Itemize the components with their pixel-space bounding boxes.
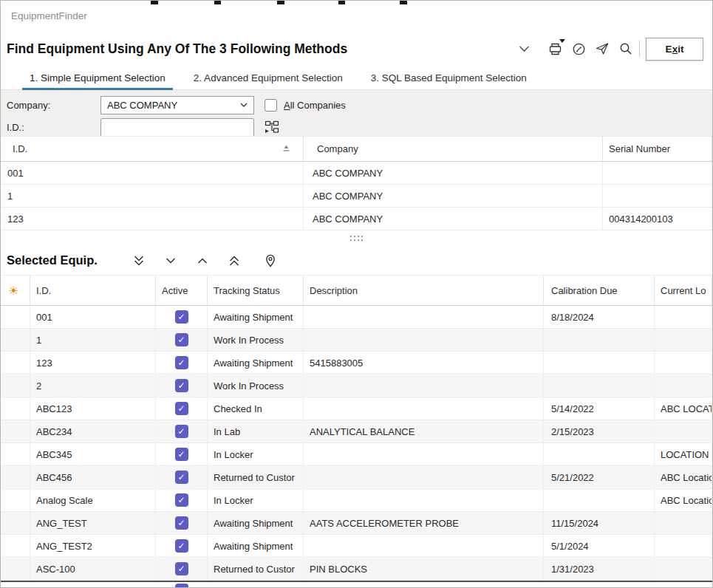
location-pin-icon[interactable] bbox=[260, 250, 281, 271]
table-row[interactable]: ▷ 123 Awaiting Shipment 5415883005 bbox=[1, 352, 712, 375]
print-dropdown-caret-icon[interactable] bbox=[559, 39, 565, 43]
table-row[interactable]: ▷ 2 Work In Process bbox=[1, 375, 712, 397]
column-header-id[interactable]: I.D. bbox=[1, 137, 304, 161]
cell-current-location: ABC LOCAT bbox=[655, 397, 712, 420]
window-title: EquipmentFinder bbox=[11, 10, 87, 21]
selector-column-header: ☀ bbox=[1, 276, 30, 305]
column-header-calibration-due[interactable]: Calibration Due bbox=[544, 276, 655, 305]
active-checkbox[interactable] bbox=[175, 425, 188, 438]
column-header-tracking-status[interactable]: Tracking Status bbox=[208, 276, 304, 305]
table-row[interactable]: ▷ 001 Awaiting Shipment 8/18/2024 bbox=[1, 306, 712, 329]
move-down-icon[interactable] bbox=[160, 250, 181, 271]
row-selector-cell[interactable]: ▷ bbox=[1, 352, 30, 374]
table-row[interactable]: 1 ABC COMPANY bbox=[1, 185, 712, 208]
cell-calibration-due: 11/15/2024 bbox=[544, 512, 655, 534]
cell-description bbox=[304, 329, 544, 351]
cell-id: ANG_TEST bbox=[30, 512, 156, 534]
tab-sql-equipment-selection[interactable]: 3. SQL Based Equipment Selection bbox=[361, 72, 536, 89]
column-header-label: I.D. bbox=[13, 143, 27, 154]
cell-description: PIN BLOCKS bbox=[304, 558, 544, 580]
column-header-company[interactable]: Company bbox=[304, 137, 603, 161]
table-row[interactable]: ▷ 1 Work In Process bbox=[1, 329, 712, 352]
tab-advanced-equipment-selection[interactable]: 2. Advanced Equipment Selection bbox=[184, 72, 352, 89]
table-row[interactable]: 001 ABC COMPANY bbox=[1, 162, 712, 185]
cell-active bbox=[156, 352, 208, 374]
table-row[interactable]: ▷ ABC345 In Locker LOCATION bbox=[1, 443, 712, 466]
edit-circle-icon[interactable] bbox=[568, 38, 589, 59]
sun-icon[interactable]: ☀ bbox=[8, 284, 18, 298]
move-to-top-icon[interactable] bbox=[224, 250, 245, 271]
active-checkbox[interactable] bbox=[175, 448, 188, 461]
table-row[interactable]: ▷ ASC-100 Returned to Custor PIN BLOCKS … bbox=[1, 558, 712, 581]
print-icon[interactable] bbox=[545, 38, 565, 59]
row-selector-cell[interactable]: ▷ bbox=[1, 466, 30, 488]
table-row[interactable]: ▷ Analog Scale In Locker ABC Locatio bbox=[1, 489, 712, 512]
cell-active bbox=[156, 489, 208, 511]
active-checkbox[interactable] bbox=[175, 310, 188, 324]
column-header-serial-number[interactable]: Serial Number bbox=[603, 137, 712, 161]
id-input[interactable] bbox=[100, 118, 254, 137]
row-selector-cell[interactable]: ▷ bbox=[1, 420, 30, 442]
active-checkbox[interactable] bbox=[175, 379, 188, 392]
row-selector-cell[interactable]: ▷ bbox=[1, 489, 30, 511]
cell-current-location bbox=[655, 329, 712, 351]
cell-calibration-due bbox=[544, 352, 655, 374]
cell-id: ABC345 bbox=[30, 443, 156, 465]
active-checkbox[interactable] bbox=[175, 471, 188, 484]
cell-tracking-status: Awaiting Shipment bbox=[208, 512, 304, 534]
active-checkbox[interactable] bbox=[175, 493, 188, 507]
company-dropdown[interactable]: ABC COMPANY bbox=[100, 96, 254, 114]
column-header-label: Calibration Due bbox=[551, 285, 618, 296]
move-to-bottom-icon[interactable] bbox=[129, 250, 149, 271]
active-checkbox[interactable] bbox=[175, 402, 188, 415]
table-row[interactable]: ▷ ABC456 Returned to Custor 5/21/2022 AB… bbox=[1, 466, 712, 489]
row-selector-cell[interactable]: ▷ bbox=[1, 397, 30, 420]
partial-next-row[interactable] bbox=[1, 581, 712, 587]
column-header-id[interactable]: I.D. bbox=[30, 276, 156, 305]
table-row[interactable]: 123 ABC COMPANY 004314200103 bbox=[1, 208, 712, 230]
all-companies-checkbox[interactable] bbox=[265, 99, 277, 112]
chevron-down-icon[interactable] bbox=[514, 38, 534, 59]
all-companies-label: All Companies bbox=[284, 100, 346, 111]
cell-tracking-status: Awaiting Shipment bbox=[208, 535, 304, 557]
selected-grid-body: ▷ 001 Awaiting Shipment 8/18/2024 ▷ bbox=[1, 306, 712, 581]
row-selector-cell[interactable]: ▷ bbox=[1, 558, 30, 580]
all-companies-label-rest: ll Companies bbox=[290, 100, 346, 111]
active-checkbox[interactable] bbox=[175, 356, 188, 369]
row-selector-cell[interactable]: ▷ bbox=[1, 535, 30, 557]
row-selector-cell[interactable]: ▷ bbox=[1, 306, 30, 328]
active-checkbox[interactable] bbox=[175, 333, 188, 346]
active-checkbox[interactable] bbox=[175, 539, 188, 553]
cropped-artifact bbox=[151, 1, 158, 4]
column-header-label: Current Lo bbox=[661, 285, 706, 296]
cell-current-location bbox=[655, 420, 712, 442]
splitter-handle[interactable] bbox=[1, 230, 712, 246]
table-row[interactable]: ▷ ANG_TEST Awaiting Shipment AATS ACCELE… bbox=[1, 512, 712, 535]
column-header-current-location[interactable]: Current Lo bbox=[655, 276, 712, 305]
tab-simple-equipment-selection[interactable]: 1. Simple Equipment Selection bbox=[20, 72, 175, 89]
cell-tracking-status: In Locker bbox=[208, 489, 304, 511]
search-icon[interactable] bbox=[615, 38, 636, 59]
cell-description bbox=[304, 375, 544, 397]
move-up-icon[interactable] bbox=[192, 250, 213, 271]
exit-button[interactable]: Exit bbox=[646, 38, 703, 61]
table-row[interactable]: ▷ ABC234 In Lab ANALYTICAL BALANCE 2/15/… bbox=[1, 420, 712, 443]
cell-serial-number bbox=[603, 185, 712, 207]
cell-tracking-status: Work In Process bbox=[208, 375, 304, 397]
table-row[interactable]: ▷ ANG_TEST2 Awaiting Shipment 5/1/2024 bbox=[1, 535, 712, 558]
row-selector-cell[interactable]: ▷ bbox=[1, 329, 30, 351]
column-header-description[interactable]: Description bbox=[304, 276, 544, 305]
column-header-label: Serial Number bbox=[609, 143, 670, 154]
active-checkbox[interactable] bbox=[175, 562, 188, 575]
active-checkbox[interactable] bbox=[175, 516, 188, 530]
sort-ascending-icon[interactable] bbox=[282, 143, 291, 154]
row-selector-cell[interactable]: ▷ bbox=[1, 512, 30, 534]
equipment-tree-icon[interactable] bbox=[262, 117, 282, 137]
table-row[interactable]: ▷ ABC123 Checked In 5/14/2022 ABC LOCAT bbox=[1, 397, 712, 420]
send-icon[interactable] bbox=[592, 38, 613, 59]
row-selector-cell[interactable]: ▷ bbox=[1, 443, 30, 465]
row-selector-cell[interactable]: ▷ bbox=[1, 375, 30, 397]
company-dropdown-value: ABC COMPANY bbox=[107, 100, 177, 111]
page-title: Find Equipment Using Any Of The 3 Follow… bbox=[7, 41, 347, 57]
column-header-active[interactable]: Active bbox=[156, 276, 208, 305]
